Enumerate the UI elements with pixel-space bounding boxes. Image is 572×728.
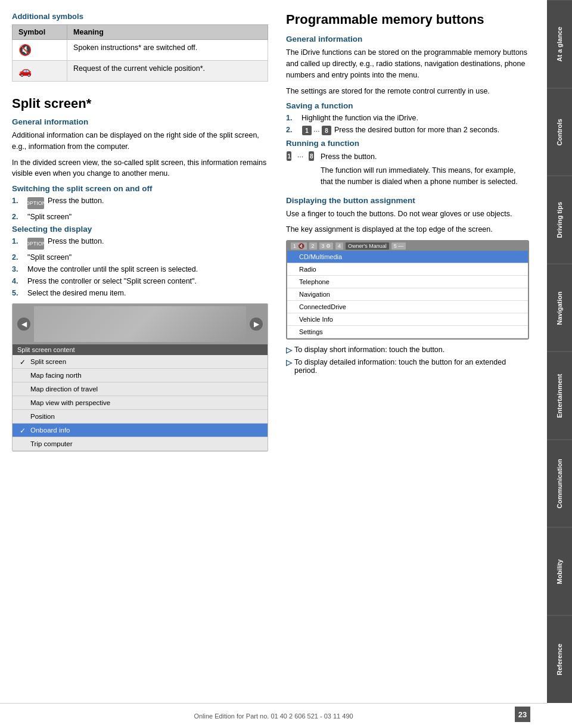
col-header-symbol: Symbol xyxy=(13,25,67,40)
menu-item-trip-computer: Trip computer xyxy=(13,437,268,451)
selecting-title: Selecting the display xyxy=(12,225,268,234)
step-num-2: 2. xyxy=(12,213,24,221)
bullet-text-2: To display detailed information: touch t… xyxy=(294,358,529,375)
sidebar-tab-entertainment[interactable]: Entertainment xyxy=(547,351,572,440)
symbols-table: Symbol Meaning 🔇 Spoken instructions* ar… xyxy=(12,24,268,82)
general-info-p1-right: The iDrive functions can be stored on th… xyxy=(286,47,529,80)
page-number: 23 xyxy=(515,707,530,722)
split-screen-heading: Split screen* xyxy=(12,96,268,111)
running-title: Running a function xyxy=(286,139,529,148)
step-num-1: 1. xyxy=(12,197,24,205)
screenshot-menu: Split screen Map facing north Map direct… xyxy=(13,355,268,451)
nav-arrow-icon: ◀ xyxy=(17,318,30,331)
sidebar-tab-communication[interactable]: Communication xyxy=(547,440,572,528)
menu-item-map-direction: Map direction of travel xyxy=(13,382,268,396)
nav-arrow-right-icon: ▶ xyxy=(250,318,263,331)
mute-icon: 🔇 xyxy=(18,44,32,56)
idrive-topbar: 1 🔇 2 3 ⚙ 4 Owner's Manual 5 — xyxy=(287,241,528,251)
bottom-bar: Online Edition for Part no. 01 40 2 606 … xyxy=(0,703,547,728)
sel-step-text-4: Press the controller or select "Split sc… xyxy=(27,277,197,285)
screenshot-titlebar: Split screen content xyxy=(13,344,268,355)
saving-title: Saving a function xyxy=(286,101,529,110)
saving-step-row-1: 1. Highlight the function via the iDrive… xyxy=(286,114,529,122)
symbol-cell: 🔇 xyxy=(13,40,67,61)
running-func-row: 1 … 8 Press the button. The function wil… xyxy=(286,151,529,192)
sel-step-text-5: Select the desired menu item. xyxy=(27,289,126,297)
table-row: 🚗 Request of the current vehicle positio… xyxy=(13,61,268,82)
idrive-tab-5: 5 — xyxy=(391,242,406,250)
location-icon: 🚗 xyxy=(18,65,32,77)
additional-symbols-section: Additional symbols Symbol Meaning 🔇 Spok… xyxy=(12,12,268,82)
sidebar-tab-navigation[interactable]: Navigation xyxy=(547,264,572,352)
menu-item-position: Position xyxy=(13,410,268,424)
btn-num-1-icon: 1 xyxy=(302,126,312,135)
meaning-cell: Request of the current vehicle position*… xyxy=(67,61,268,82)
sidebar-tab-driving-tips[interactable]: Driving tips xyxy=(547,176,572,264)
running-btn-8-icon: 8 xyxy=(309,151,313,161)
sidebar-tab-mobility[interactable]: Mobility xyxy=(547,527,572,615)
displaying-title: Displaying the button assignment xyxy=(286,196,529,205)
general-info-p2-right: The settings are stored for the remote c… xyxy=(286,86,529,97)
step-text-1: Press the button. xyxy=(48,197,104,205)
sidebar: At a glance Controls Driving tips Naviga… xyxy=(547,0,572,703)
sel-step-num-2: 2. xyxy=(12,253,24,262)
arrow-bullet-icon-2: ▷ xyxy=(286,358,292,367)
idrive-tab-4: 4 xyxy=(335,242,343,250)
sel-step-num-4: 4. xyxy=(12,277,24,285)
sel-step-text-2: "Split screen" xyxy=(27,253,72,262)
col-header-meaning: Meaning xyxy=(67,25,268,40)
general-info-title-left: General information xyxy=(12,117,268,126)
idrive-menu-telephone: Telephone xyxy=(287,276,528,288)
sidebar-tab-reference[interactable]: Reference xyxy=(547,615,572,704)
option-button-icon-2: OPTION xyxy=(27,238,44,250)
sidebar-tab-at-a-glance[interactable]: At a glance xyxy=(547,0,572,88)
general-info-p1-left: Additional information can be displayed … xyxy=(12,130,268,153)
sel-step-text-3: Move the controller until the split scre… xyxy=(27,265,198,273)
idrive-menu-vehicle: Vehicle Info xyxy=(287,313,528,326)
symbol-cell: 🚗 xyxy=(13,61,67,82)
footer-text: Online Edition for Part no. 01 40 2 606 … xyxy=(194,713,353,720)
step-text-2: "Split screen" xyxy=(27,213,72,221)
main-content: Additional symbols Symbol Meaning 🔇 Spok… xyxy=(0,0,547,487)
menu-item-map-perspective: Map view with perspective xyxy=(13,396,268,410)
sel-step-row-5: 5. Select the desired menu item. xyxy=(12,289,268,297)
sidebar-tab-controls[interactable]: Controls xyxy=(547,88,572,176)
sel-step-num-5: 5. xyxy=(12,289,24,297)
saving-step-num-1: 1. xyxy=(286,114,298,122)
general-info-p2-left: In the divided screen view, the so-calle… xyxy=(12,157,268,180)
sel-step-text-1: Press the button. xyxy=(48,237,104,245)
meaning-cell: Spoken instructions* are switched off. xyxy=(67,40,268,61)
right-column: Programmable memory buttons General info… xyxy=(286,12,529,452)
idrive-menu-settings: Settings xyxy=(287,326,528,338)
idrive-screen: 1 🔇 2 3 ⚙ 4 Owner's Manual 5 — CD/Multim… xyxy=(286,240,529,340)
idrive-menu-navigation: Navigation xyxy=(287,288,528,301)
additional-symbols-title: Additional symbols xyxy=(12,12,268,21)
switching-title: Switching the split screen on and off xyxy=(12,184,268,193)
sel-step-row-2: 2. "Split screen" xyxy=(12,253,268,262)
sel-step-row-1: 1. OPTION Press the button. xyxy=(12,237,268,250)
idrive-tab-3: 3 ⚙ xyxy=(319,242,334,250)
displaying-p1: Use a finger to touch the buttons. Do no… xyxy=(286,209,529,220)
saving-step-row-2: 2. 1 … 8 Press the desired button for mo… xyxy=(286,126,529,135)
table-row: 🔇 Spoken instructions* are switched off. xyxy=(13,40,268,61)
menu-item-split-screen: Split screen xyxy=(13,355,268,369)
idrive-menu-list: CD/Multimedia Radio Telephone Navigation… xyxy=(287,251,528,338)
idrive-tab-1: 1 🔇 xyxy=(291,242,307,250)
btn-num-8-icon: 8 xyxy=(322,126,331,135)
screenshot-box: ◀ ▶ Split screen content Split screen Ma… xyxy=(12,303,268,452)
step-row-1: 1. OPTION Press the button. xyxy=(12,197,268,209)
sel-step-row-3: 3. Move the controller until the split s… xyxy=(12,265,268,273)
displaying-p2: The key assignment is displayed at the t… xyxy=(286,224,529,235)
running-btn-1-icon: 1 xyxy=(287,151,291,161)
option-button-icon: OPTION xyxy=(27,197,44,209)
idrive-menu-radio: Radio xyxy=(287,263,528,276)
step-row-2: 2. "Split screen" xyxy=(12,213,268,221)
arrow-bullet-icon-1: ▷ xyxy=(286,346,292,354)
sel-step-num-3: 3. xyxy=(12,265,24,273)
bullet-row-1: ▷ To display short information: touch th… xyxy=(286,346,529,354)
saving-step-text-1: Highlight the function via the iDrive. xyxy=(301,114,418,122)
saving-step-text-2: Press the desired button for more than 2… xyxy=(334,126,499,134)
idrive-tab-2: 2 xyxy=(309,242,317,250)
left-column: Additional symbols Symbol Meaning 🔇 Spok… xyxy=(12,12,268,452)
idrive-menu-connected: ConnectedDrive xyxy=(287,301,528,313)
